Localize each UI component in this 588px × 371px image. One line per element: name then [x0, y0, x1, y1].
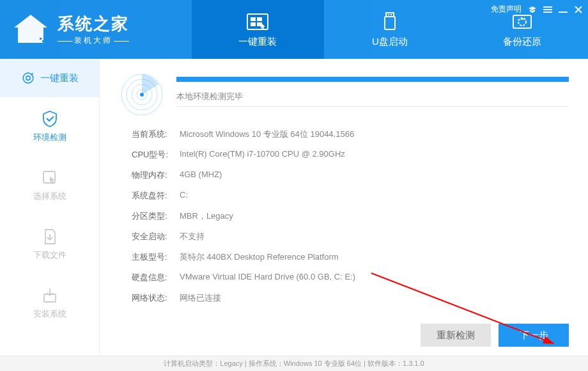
info-row-disk: 硬盘信息:VMware Virtual IDE Hard Drive (60.0… — [132, 267, 569, 288]
svg-rect-1 — [42, 40, 44, 42]
logo-title: 系统之家 — [58, 13, 129, 35]
next-button[interactable]: 下一步 — [499, 324, 569, 347]
info-row-sysdrive: 系统盘符:C: — [132, 186, 569, 206]
windows-cursor-icon — [246, 12, 269, 32]
sidebar-item-env-check[interactable]: 环境检测 — [0, 97, 99, 156]
info-value: C: — [180, 190, 569, 201]
close-icon[interactable] — [574, 5, 583, 14]
svg-rect-14 — [543, 9, 552, 10]
logo-subtitle: 装机大师 — [58, 35, 129, 46]
info-value: Microsoft Windows 10 专业版 64位 19044.1566 — [180, 129, 569, 140]
footer-text: 计算机启动类型：Legacy | 操作系统：Windows 10 专业版 64位… — [164, 359, 424, 368]
svg-rect-4 — [257, 17, 262, 21]
footer: 计算机启动类型：Legacy | 操作系统：Windows 10 专业版 64位… — [0, 356, 588, 371]
svg-rect-3 — [251, 17, 256, 21]
sidebar-item-select-system[interactable]: 选择系统 — [0, 156, 99, 215]
action-buttons: 重新检测 下一步 — [421, 324, 569, 347]
info-value: 不支持 — [180, 231, 569, 242]
progress-area: 本地环境检测完毕 — [176, 77, 569, 113]
info-row-os: 当前系统:Microsoft Windows 10 专业版 64位 19044.… — [132, 124, 569, 145]
download-file-icon — [41, 228, 59, 246]
menu-icon[interactable] — [543, 5, 552, 14]
info-row-mobo: 主板型号:英特尔 440BX Desktop Reference Platfor… — [132, 247, 569, 267]
logo-area: 系统之家 装机大师 — [0, 0, 192, 59]
info-label: 分区类型: — [132, 210, 180, 222]
svg-rect-2 — [247, 14, 268, 29]
tab-label: 一键重装 — [238, 36, 277, 48]
info-label: 主板型号: — [132, 251, 180, 263]
svg-rect-15 — [543, 12, 552, 13]
usb-drive-icon — [378, 12, 401, 32]
disclaimer-link[interactable]: 免责声明 — [491, 4, 522, 15]
info-label: CPU型号: — [132, 149, 180, 161]
info-label: 系统盘符: — [132, 190, 180, 201]
separator — [176, 106, 569, 107]
info-row-network: 网络状态:网络已连接 — [132, 288, 569, 308]
sidebar-item-label: 下载文件 — [33, 249, 66, 261]
info-row-secureboot: 安全启动:不支持 — [132, 226, 569, 247]
info-label: 网络状态: — [132, 292, 180, 304]
svg-rect-5 — [251, 22, 256, 26]
sidebar-item-reinstall[interactable]: 一键重装 — [0, 59, 99, 97]
svg-rect-9 — [391, 14, 392, 15]
info-label: 硬盘信息: — [132, 272, 180, 283]
info-label: 安全启动: — [132, 231, 180, 242]
sidebar: 一键重装 环境检测 选择系统 下载文件 安装系统 — [0, 59, 100, 356]
svg-rect-0 — [40, 38, 42, 40]
info-row-cpu: CPU型号:Intel(R) Core(TM) i7-10700 CPU @ 2… — [132, 145, 569, 165]
svg-rect-10 — [385, 17, 395, 29]
radar-icon — [119, 72, 165, 118]
info-value: 4GB (MHZ) — [180, 170, 569, 181]
sidebar-item-label: 选择系统 — [33, 191, 66, 202]
svg-point-18 — [26, 76, 29, 80]
info-value: VMware Virtual IDE Hard Drive (60.0 GB, … — [180, 272, 569, 283]
info-row-memory: 物理内存:4GB (MHZ) — [132, 165, 569, 186]
tab-reinstall[interactable]: 一键重装 — [192, 0, 324, 59]
info-label: 物理内存: — [132, 170, 180, 181]
sidebar-item-label: 环境检测 — [33, 132, 66, 143]
install-box-icon — [41, 287, 59, 304]
sidebar-item-download[interactable]: 下载文件 — [0, 215, 99, 274]
body: 一键重装 环境检测 选择系统 下载文件 安装系统 — [0, 59, 588, 356]
info-value: Intel(R) Core(TM) i7-10700 CPU @ 2.90GHz — [180, 149, 569, 161]
header: 系统之家 装机大师 一键重装 U盘启动 备份还原 免责声明 — [0, 0, 588, 59]
header-tools: 免责声明 — [491, 4, 583, 15]
svg-rect-19 — [43, 171, 55, 183]
logo-house-icon — [12, 13, 50, 45]
minimize-icon[interactable] — [559, 5, 568, 14]
target-icon — [21, 71, 35, 85]
cursor-select-icon — [41, 169, 59, 187]
svg-point-25 — [140, 93, 144, 97]
progress-bar — [176, 77, 569, 82]
recheck-button[interactable]: 重新检测 — [421, 324, 491, 347]
graduation-icon[interactable] — [528, 5, 537, 14]
progress-text: 本地环境检测完毕 — [176, 91, 569, 102]
tab-label: U盘启动 — [372, 36, 408, 48]
info-label: 当前系统: — [132, 129, 180, 140]
tab-usb-boot[interactable]: U盘启动 — [324, 0, 456, 59]
sidebar-item-label: 安装系统 — [33, 308, 66, 320]
svg-rect-16 — [559, 12, 568, 13]
main-panel: 本地环境检测完毕 当前系统:Microsoft Windows 10 专业版 6… — [100, 59, 588, 356]
sidebar-item-install[interactable]: 安装系统 — [0, 274, 99, 333]
info-value: MBR，Legacy — [180, 210, 569, 222]
shield-check-icon — [41, 110, 59, 128]
svg-rect-13 — [543, 6, 552, 8]
sidebar-item-label: 一键重装 — [40, 72, 79, 84]
scan-row: 本地环境检测完毕 — [119, 72, 569, 118]
info-value: 英特尔 440BX Desktop Reference Platform — [180, 251, 569, 263]
info-value: 网络已连接 — [180, 292, 569, 304]
tab-label: 备份还原 — [503, 36, 541, 48]
info-row-partition: 分区类型:MBR，Legacy — [132, 206, 569, 226]
info-table: 当前系统:Microsoft Windows 10 专业版 64位 19044.… — [119, 124, 569, 308]
svg-rect-8 — [388, 14, 389, 15]
